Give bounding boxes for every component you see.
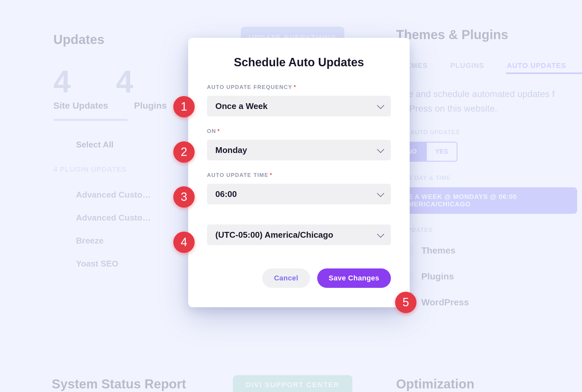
chevron-down-icon bbox=[377, 146, 384, 153]
auto-update-row-themes[interactable]: Themes bbox=[396, 242, 577, 259]
auto-update-row-plugins[interactable]: 2 Plugins bbox=[396, 268, 577, 285]
time-label: AUTO UPDATE TIME* bbox=[207, 172, 391, 179]
list-item[interactable]: Advanced Custo… bbox=[53, 183, 170, 206]
schedule-auto-updates-modal: Schedule Auto Updates AUTO UPDATE FREQUE… bbox=[188, 38, 410, 307]
count-site-updates: 4 bbox=[53, 66, 70, 97]
annotation-5: 5 bbox=[395, 292, 416, 313]
cancel-button[interactable]: Cancel bbox=[262, 268, 310, 288]
time-select[interactable]: 06:00 bbox=[207, 184, 391, 204]
tab-underline bbox=[53, 119, 128, 121]
chevron-down-icon bbox=[377, 102, 384, 109]
auto-updates-description: able and schedule automated updates f or… bbox=[396, 87, 577, 116]
auto-update-item-label: WordPress bbox=[421, 297, 469, 308]
tab-plugins[interactable]: Plugins bbox=[134, 101, 167, 111]
auto-updates-section-label: O UPDATES bbox=[396, 227, 577, 234]
themes-plugins-heading: Themes & Plugins bbox=[396, 27, 577, 42]
tab-underline-right bbox=[506, 72, 582, 74]
annotation-4: 4 bbox=[173, 232, 195, 253]
schedule-summary[interactable]: CE A WEEK @ MONDAYS @ 06:00 AMERICA/CHIC… bbox=[396, 187, 577, 214]
tab-site-updates[interactable]: Site Updates bbox=[53, 101, 108, 111]
auto-update-item-label: Themes bbox=[421, 245, 456, 256]
day-time-label: ATES DAY & TIME bbox=[396, 175, 577, 181]
chevron-down-icon bbox=[377, 190, 384, 197]
time-value: 06:00 bbox=[215, 189, 237, 199]
tab-auto-updates[interactable]: AUTO UPDATES bbox=[507, 61, 566, 70]
timezone-select[interactable]: (UTC-05:00) America/Chicago bbox=[207, 224, 391, 245]
count-plugins: 4 bbox=[116, 66, 133, 97]
frequency-select[interactable]: Once a Week bbox=[207, 96, 391, 116]
enable-auto-updates-label: BLE AUTO UPDATES bbox=[396, 129, 577, 136]
on-value: Monday bbox=[215, 145, 247, 155]
list-item[interactable]: Yoast SEO bbox=[53, 252, 170, 275]
system-status-report-heading: System Status Report bbox=[52, 377, 186, 391]
annotation-2: 2 bbox=[173, 141, 195, 163]
on-label: ON* bbox=[207, 128, 391, 135]
list-item[interactable]: Advanced Custo… bbox=[53, 206, 170, 229]
modal-title: Schedule Auto Updates bbox=[207, 56, 391, 69]
plugin-updates-label: 4 PLUGIN UPDATES bbox=[53, 165, 170, 174]
toggle-yes[interactable]: YES bbox=[427, 143, 457, 161]
tab-plugins-right[interactable]: PLUGINS bbox=[450, 61, 484, 70]
chevron-down-icon bbox=[377, 231, 384, 238]
select-all[interactable]: Select All bbox=[53, 137, 170, 152]
list-item[interactable]: Breeze bbox=[53, 229, 170, 252]
auto-update-row-wordpress[interactable]: WordPress bbox=[396, 294, 577, 311]
auto-update-item-label: Plugins bbox=[421, 271, 454, 282]
frequency-label: AUTO UPDATE FREQUENCY* bbox=[207, 84, 391, 91]
optimization-heading: Optimization bbox=[396, 377, 474, 391]
frequency-value: Once a Week bbox=[215, 101, 267, 111]
timezone-value: (UTC-05:00) America/Chicago bbox=[215, 230, 333, 240]
updates-heading: Updates bbox=[53, 32, 170, 47]
annotation-1: 1 bbox=[173, 96, 195, 117]
annotation-3: 3 bbox=[173, 186, 195, 208]
on-select[interactable]: Monday bbox=[207, 140, 391, 160]
divi-support-center-button[interactable]: DIVI SUPPORT CENTER bbox=[233, 375, 352, 392]
save-changes-button[interactable]: Save Changes bbox=[317, 268, 391, 288]
